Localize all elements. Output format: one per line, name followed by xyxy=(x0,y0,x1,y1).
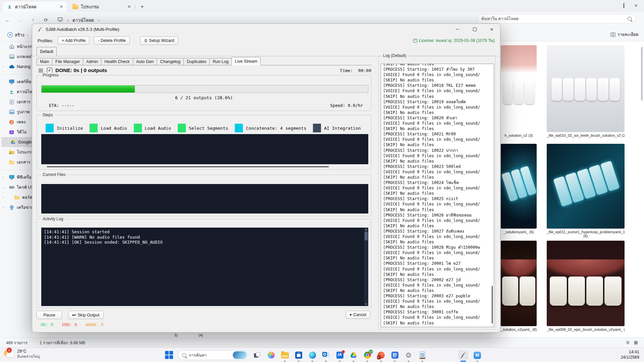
sidebar-item-home[interactable]: หน้าแรก xyxy=(0,42,33,52)
cancel-button[interactable]: ⏹Cancel xyxy=(346,311,370,319)
notepad-icon[interactable] xyxy=(417,350,427,360)
task-view-icon[interactable] xyxy=(252,350,262,360)
file-item[interactable]: _solution_v2yaml_ (8) xyxy=(501,241,537,331)
file-item[interactable]: _solutionyaml_ (6) xyxy=(501,144,537,234)
minimize-button[interactable] xyxy=(450,24,465,35)
tab-run-log[interactable]: Run Log xyxy=(209,58,232,65)
file-item[interactable]: _file_ep010_02_six_teeth_brush_solution_… xyxy=(547,45,625,137)
chevron-icon[interactable]: › xyxy=(3,176,4,179)
copilot-icon[interactable] xyxy=(266,350,276,360)
taskbar-clock[interactable]: 14:41 24/1/2569 xyxy=(621,349,639,360)
autobatch-feather-icon[interactable] xyxy=(458,350,468,360)
store-icon[interactable] xyxy=(293,350,304,360)
explorer-search[interactable]: ค้นหาใน ดาวน์โหลด xyxy=(478,14,635,23)
chevron-icon[interactable]: › xyxy=(3,65,4,68)
close-icon[interactable]: ✕ xyxy=(126,4,132,10)
sidebar-item-download[interactable]: ดาวน์โห xyxy=(0,87,33,97)
sidebar-item-shared-folder[interactable]: โปรแกรม xyxy=(0,147,33,157)
scroll-up-icon[interactable]: ▲ xyxy=(365,228,368,231)
activity-scrollbar[interactable]: ▲ ▼ xyxy=(364,228,368,306)
back-icon[interactable]: ← xyxy=(4,16,11,24)
close-button[interactable]: ✕ xyxy=(485,24,499,35)
ia-app-icon[interactable]: IA xyxy=(335,350,345,360)
pause-button[interactable]: Pause xyxy=(37,311,62,319)
sidebar-item-document[interactable]: เอกสาร xyxy=(0,97,33,107)
sidebar-item-music[interactable]: เพลง xyxy=(0,117,33,127)
close-icon[interactable]: ✕ xyxy=(58,4,64,10)
minimize-button[interactable] xyxy=(606,2,618,9)
tab-admin[interactable]: Admin xyxy=(83,58,101,65)
forward-icon[interactable]: → xyxy=(17,16,24,24)
sidebar-item-gdrive[interactable]: Google xyxy=(1,137,33,147)
tab-main[interactable]: Main xyxy=(37,58,52,65)
m-app-icon[interactable]: M xyxy=(472,350,482,360)
file-item[interactable]: _file_ep009_02_epic_brush_solution_v2yam… xyxy=(547,241,625,331)
refresh-icon[interactable]: ⟳ xyxy=(42,16,50,24)
sidebar-item-pictures[interactable]: รูปภาพ xyxy=(0,107,33,117)
settings-icon[interactable]: ⚙ xyxy=(404,350,414,360)
time-value: 00:00 xyxy=(358,68,371,73)
thumbnail-view-toggle-icon[interactable]: ▦ xyxy=(633,340,639,346)
stop-button[interactable] xyxy=(39,68,43,73)
log-viewer[interactable]: [SKIP] No audio files [PROCESS] Starting… xyxy=(381,64,494,327)
new-file-button[interactable]: + สร้าง ⌄ xyxy=(4,30,32,40)
skip-output-button[interactable]: ⏭Skip Output xyxy=(68,311,104,319)
outlook-icon[interactable] xyxy=(321,350,331,360)
sidebar-item-thispc[interactable]: ›พีซีเครื่อ xyxy=(0,172,33,182)
breadcrumb[interactable]: ดาวน์โหลด xyxy=(72,17,94,24)
chevron-icon[interactable]: › xyxy=(3,196,4,199)
maximize-button[interactable] xyxy=(618,2,630,9)
profile-tab-default[interactable]: Default xyxy=(37,47,57,56)
app-titlebar[interactable]: SJ88 AutoBatch v26.5.3 (Multi-Profile) ✕ xyxy=(32,24,500,35)
up-icon[interactable]: ↑ xyxy=(30,16,37,24)
file-item[interactable]: h_solution_v2 (3) xyxy=(501,45,537,137)
weather-widget[interactable]: 2 29°C มีแดดส่วนใหญ่ xyxy=(3,349,40,359)
explorer-tab-downloads[interactable]: ดาวน์โหลด ✕ xyxy=(3,1,67,12)
details-view-button[interactable]: รายละเอียด xyxy=(610,30,639,39)
sidebar-item-gallery[interactable]: แกลเลอรี xyxy=(0,52,33,62)
chevron-icon[interactable]: › xyxy=(3,206,4,209)
sidebar-item-videos[interactable]: วิดีโอ xyxy=(0,127,33,137)
tab-live-stream[interactable]: Live Stream xyxy=(231,57,261,65)
sidebar-item-folder[interactable]: เอกสาร xyxy=(0,157,33,167)
tab-changelog[interactable]: Changelog xyxy=(157,58,183,65)
scroll-down-icon[interactable]: ▼ xyxy=(365,303,368,306)
delete-profile-button[interactable]: - Delete Profile xyxy=(94,37,130,45)
log-scrollbar-thumb[interactable] xyxy=(492,286,493,323)
sidebar-item-network[interactable]: ›เครือข่าย xyxy=(0,202,33,213)
chevron-icon[interactable]: ⌄ xyxy=(3,186,5,189)
tab-duplicates[interactable]: Duplicates xyxy=(183,58,210,65)
google-drive-icon[interactable] xyxy=(348,350,359,360)
scrollbar-thumb[interactable] xyxy=(365,232,368,240)
tab-health-check[interactable]: Health Check xyxy=(101,58,133,65)
file-item[interactable]: _file_ep011_scene1_hyperloop_problemyaml… xyxy=(547,144,625,238)
tab-file-manager[interactable]: File Manager xyxy=(52,58,83,65)
file-explorer-icon[interactable] xyxy=(280,350,290,360)
explorer-tab-programs[interactable]: โปรแกรม ✕ xyxy=(69,2,135,11)
powerpoint-icon[interactable]: P xyxy=(376,350,386,360)
add-profile-button[interactable]: + Add Profile xyxy=(58,37,90,45)
edge-icon[interactable] xyxy=(307,350,317,360)
new-tab-button[interactable]: + xyxy=(138,3,146,11)
activity-log-panel[interactable]: [14:41:41] Session started [14:41:41] [W… xyxy=(41,228,368,306)
sidebar-item-folder[interactable]: ›ดอร์สติ๊ xyxy=(0,192,33,202)
taskbar-search[interactable]: การค้นหา xyxy=(178,350,248,360)
close-button[interactable]: ✕ xyxy=(630,2,642,9)
maximize-button[interactable] xyxy=(468,24,482,35)
done-checkbox[interactable]: ✓ xyxy=(47,68,52,73)
horizontal-scrollbar[interactable] xyxy=(47,166,329,167)
explorer-scrollbar[interactable] xyxy=(641,44,643,336)
sidebar-item-onedrive[interactable]: ›Narong xyxy=(0,62,33,72)
chrome-icon[interactable]: SJ xyxy=(362,350,372,360)
search-icon[interactable] xyxy=(628,17,632,21)
sidebar-item-usb[interactable]: ⌄ไดรฟ์ US xyxy=(0,182,33,192)
start-button[interactable] xyxy=(165,351,173,359)
stop-icon: ⏹ xyxy=(350,313,352,317)
details-view-toggle-icon[interactable]: ≣ xyxy=(625,340,631,346)
setup-wizard-button[interactable]: ⚲Setup Wizard xyxy=(140,37,178,45)
clipchamp-icon[interactable] xyxy=(390,350,400,360)
search-highlight-image[interactable] xyxy=(233,351,247,359)
scrollbar-thumb[interactable] xyxy=(641,47,643,101)
sidebar-item-desktop[interactable]: เดสก์ท็อ xyxy=(0,77,33,87)
tab-auto-gen[interactable]: Auto Gen xyxy=(133,58,157,65)
